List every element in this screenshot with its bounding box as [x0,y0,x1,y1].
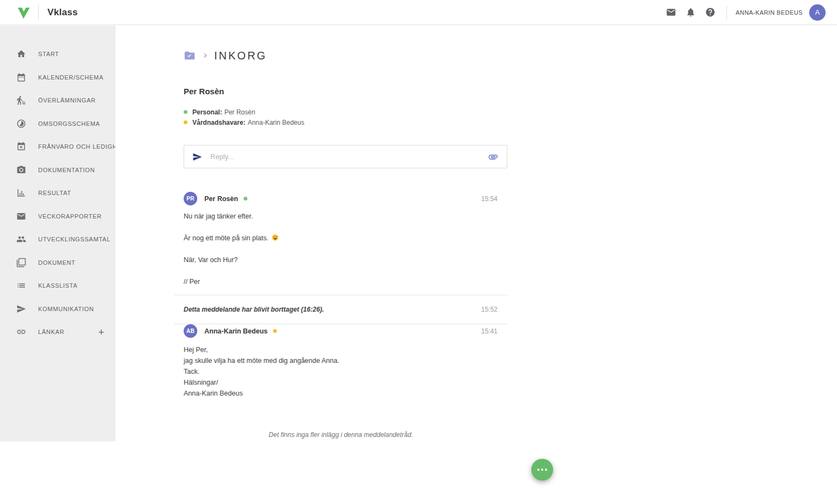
sidebar-nav: STARTKALENDER/SCHEMAÖVERLÄMNINGAROMSORGS… [0,26,116,441]
reply-input[interactable] [209,152,488,161]
sidebar-item-verl-mningar[interactable]: ÖVERLÄMNINGAR [0,89,116,112]
sidebar-item-label: DOKUMENTATION [38,167,105,173]
more-dots-icon [537,469,539,471]
sidebar-item-klasslista[interactable]: KLASSLISTA [0,274,116,297]
walk-transfer-icon [16,95,26,105]
send-icon[interactable] [192,152,202,162]
reply-box [184,145,507,168]
message-author: Anna-Karin Bedeus [204,327,268,335]
message-time: 15:54 [481,195,498,203]
author-status-dot [244,197,247,201]
message-paragraph: När, Var och Hur? [184,256,498,265]
participant-personal: Personal:Per Rosèn [184,107,507,117]
timelapse-icon [16,119,26,129]
message-body: Hej Per,jag skulle vilja ha ett möte med… [184,344,498,399]
copy-icon [16,258,26,268]
deleted-message-text: Detta meddelande har blivit borttaget (1… [184,306,324,313]
add-link-button[interactable]: + [98,327,105,337]
page-title: INKORG [214,50,267,62]
message-body: Nu när jag tänker efter.Är nog ett möte … [184,212,498,287]
deleted-message: Detta meddelande har blivit borttaget (1… [174,295,507,324]
smiley-emoji-icon [271,234,279,241]
message-list: PRPer Rosèn15:54Nu när jag tänker efter.… [174,192,507,407]
mail-icon [16,211,26,221]
bar-chart-icon [16,188,26,198]
participant-v-rdnadshavare: Vårdnadshavare:Anna-Karin Bedeus [184,117,507,127]
sidebar-item-veckorapporter[interactable]: VECKORAPPORTER [0,205,116,228]
chevron-right-icon [201,51,210,60]
sidebar-item-label: RESULTAT [38,190,105,196]
message-paragraph: Nu när jag tänker efter. [184,212,498,221]
thread-title: Per Rosèn [184,87,507,96]
message: PRPer Rosèn15:54Nu när jag tänker efter.… [174,192,507,295]
home-icon [16,49,26,59]
avatar[interactable]: AB [184,324,197,338]
message-time: 15:41 [481,327,498,335]
list-icon [16,281,26,290]
mail-icon[interactable] [666,7,676,17]
brand-title[interactable]: Vklass [47,7,78,18]
top-bar: Vklass ANNA-KARIN BEDEUS A [0,0,837,25]
sidebar-item-label: LÄNKAR [38,329,98,335]
send-icon [16,304,26,314]
participant-list: Personal:Per RosènVårdnadshavare:Anna-Ka… [184,107,507,127]
sidebar-item-label: START [38,51,105,57]
message-paragraph: Hälsningar/ [184,377,498,388]
sidebar-item-omsorgsschema[interactable]: OMSORGSSCHEMA [0,112,116,136]
message-author: Per Rosèn [204,195,238,203]
message: ABAnna-Karin Bedeus15:41Hej Per,jag skul… [174,324,507,407]
thread-column: INKORG Per Rosèn Personal:Per RosènVårdn… [174,48,507,439]
avatar[interactable]: PR [184,192,197,205]
message-paragraph: jag skulle vilja ha ett möte med dig ang… [184,355,498,366]
message-header: ABAnna-Karin Bedeus15:41 [184,324,498,338]
sidebar-item-l-nkar[interactable]: LÄNKAR+ [0,320,116,344]
participant-name: Per Rosèn [225,108,256,116]
sidebar-item-kommunikation[interactable]: KOMMUNIKATION [0,297,116,321]
calendar-icon [16,72,26,82]
thread-end-note: Det finns inga fler inlägg i denna medde… [174,431,507,439]
sidebar-item-utvecklingssamtal[interactable]: UTVECKLINGSSAMTAL [0,228,116,251]
sidebar-item-label: ÖVERLÄMNINGAR [38,97,105,104]
sidebar-item-resultat[interactable]: RESULTAT [0,181,116,205]
sidebar-item-dokumentation[interactable]: DOKUMENTATION [0,159,116,182]
participant-role: Vårdnadshavare: [192,119,245,126]
participant-name: Anna-Karin Bedeus [247,119,304,126]
participant-status-dot [184,110,187,114]
message-paragraph: Är nog ett möte på sin plats. [184,234,498,243]
sidebar-item-label: KALENDER/SCHEMA [38,74,105,81]
message-paragraph: Hej Per, [184,344,498,355]
sidebar-item-dokument[interactable]: DOKUMENT [0,251,116,275]
sidebar-item-kalender-schema[interactable]: KALENDER/SCHEMA [0,66,116,89]
message-header: PRPer Rosèn15:54 [184,192,498,205]
inbox-folder-icon[interactable] [184,50,196,62]
participant-status-dot [184,120,187,124]
attachment-icon[interactable] [488,151,499,162]
people-icon [16,234,26,244]
sidebar-item-fr-nvaro-och-ledighet[interactable]: FRÅNVARO OCH LEDIGHET [0,135,116,159]
header-divider [726,5,727,20]
sidebar-item-label: DOKUMENT [38,259,105,266]
event-busy-icon [16,142,26,151]
sidebar-item-start[interactable]: START [0,42,116,66]
sidebar-item-label: FRÅNVARO OCH LEDIGHET [38,143,126,150]
sidebar-item-label: KLASSLISTA [38,282,105,289]
sidebar-item-label: KOMMUNIKATION [38,306,105,312]
camera-icon [16,165,26,175]
participant-role: Personal: [192,108,222,116]
sidebar-item-label: UTVECKLINGSSAMTAL [38,236,111,242]
sidebar-item-label: OMSORGSSCHEMA [38,120,105,127]
message-paragraph: Anna-Karin Bedeus [184,388,498,399]
main-content: INKORG Per Rosèn Personal:Per RosènVårdn… [116,26,837,504]
sidebar-item-label: VECKORAPPORTER [38,213,105,220]
header-actions: ANNA-KARIN BEDEUS A [657,4,837,21]
message-paragraph: Tack. [184,366,498,377]
user-name[interactable]: ANNA-KARIN BEDEUS [736,9,803,16]
notifications-icon[interactable] [686,7,696,17]
header-divider [38,5,39,20]
user-avatar[interactable]: A [809,4,826,21]
vklass-logo-icon[interactable] [16,5,31,20]
breadcrumb: INKORG [174,48,507,63]
help-icon[interactable] [705,7,715,17]
author-status-dot [273,329,277,333]
more-actions-fab[interactable] [531,459,553,481]
